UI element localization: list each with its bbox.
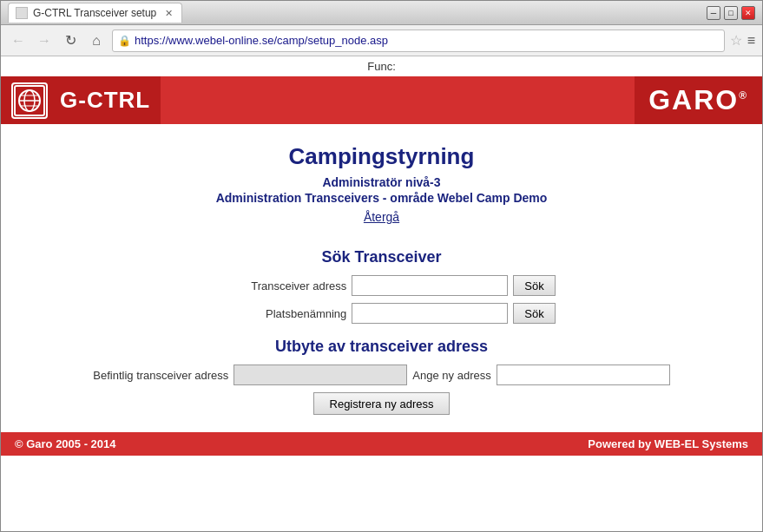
logo-box: G-CTRL: [1, 76, 161, 124]
back-btn[interactable]: ←: [8, 30, 29, 51]
logo-icon-inner: [14, 85, 45, 116]
func-label: Func:: [367, 60, 396, 73]
transceiver-row: Transceiver adress Sök: [27, 275, 736, 296]
tab-title: G-CTRL Transceiver setup: [33, 7, 156, 19]
close-btn[interactable]: ✕: [741, 6, 755, 20]
nav-bar: ← → ↻ ⌂ 🔒 ☆ ≡: [1, 25, 762, 56]
title-bar: G-CTRL Transceiver setup ✕ ─ □ ✕: [1, 1, 762, 25]
logo-icon: [11, 82, 48, 119]
bookmark-icon[interactable]: ☆: [730, 32, 742, 49]
exchange-section-title: Utbyte av transceiver adress: [27, 338, 736, 356]
func-bar: Func:: [1, 56, 762, 76]
admin-level: Administratör nivå-3: [27, 175, 736, 189]
footer-powered: Powered by WEB-EL Systems: [588, 437, 748, 450]
title-bar-left: G-CTRL Transceiver setup ✕: [8, 3, 182, 23]
search-section-title: Sök Transceiver: [27, 248, 736, 266]
search-section: Sök Transceiver Transceiver adress Sök P…: [27, 248, 736, 324]
menu-icon[interactable]: ≡: [747, 33, 755, 49]
address-bar-wrapper: 🔒: [112, 30, 725, 52]
header-left: G-CTRL: [1, 76, 161, 124]
address-input[interactable]: [135, 34, 719, 47]
register-btn[interactable]: Registrera ny adress: [313, 392, 451, 415]
globe-svg: [17, 89, 42, 113]
main-content: Campingstyrning Administratör nivå-3 Adm…: [1, 124, 762, 432]
garo-logo-text: GARO®: [648, 84, 748, 116]
page-content: Func:: [1, 56, 762, 531]
admin-area: Administration Transceivers - område Web…: [27, 191, 736, 205]
plats-row: Platsbenämning Sök: [27, 303, 736, 324]
forward-btn[interactable]: →: [34, 30, 55, 51]
transceiver-label: Transceiver adress: [207, 279, 346, 292]
reload-btn[interactable]: ↻: [60, 30, 81, 51]
garo-box: GARO®: [635, 76, 762, 124]
minimize-btn[interactable]: ─: [707, 6, 720, 20]
tab-favicon: [16, 7, 28, 19]
tab-close-btn[interactable]: ✕: [165, 8, 173, 19]
existing-address-input[interactable]: [234, 365, 407, 385]
browser-window: G-CTRL Transceiver setup ✕ ─ □ ✕ ← → ↻ ⌂…: [0, 0, 763, 532]
home-btn[interactable]: ⌂: [86, 30, 107, 51]
transceiver-input[interactable]: [352, 275, 508, 296]
footer-copyright: © Garo 2005 - 2014: [15, 437, 116, 450]
gctrl-logo-text: G-CTRL: [48, 87, 150, 114]
lock-icon: 🔒: [118, 35, 131, 47]
exchange-row: Befintlig transceiver adress Ange ny adr…: [27, 365, 736, 385]
register-btn-row: Registrera ny adress: [27, 392, 736, 415]
plats-search-btn[interactable]: Sök: [513, 303, 555, 324]
maximize-btn[interactable]: □: [724, 6, 738, 20]
transceiver-search-btn[interactable]: Sök: [513, 275, 555, 296]
browser-tab[interactable]: G-CTRL Transceiver setup ✕: [8, 3, 182, 23]
exchange-section: Utbyte av transceiver adress Befintlig t…: [27, 338, 736, 415]
plats-input[interactable]: [352, 303, 508, 324]
back-link[interactable]: Återgå: [364, 210, 399, 224]
existing-label: Befintlig transceiver adress: [93, 369, 228, 382]
footer: © Garo 2005 - 2014 Powered by WEB-EL Sys…: [1, 432, 762, 456]
header-banner: G-CTRL GARO®: [1, 76, 762, 124]
page-title: Campingstyrning: [27, 143, 736, 170]
window-controls: ─ □ ✕: [707, 6, 755, 20]
new-address-input[interactable]: [497, 365, 670, 385]
new-address-label: Ange ny adress: [412, 369, 490, 382]
plats-label: Platsbenämning: [207, 307, 346, 320]
header-right: GARO®: [635, 76, 762, 124]
